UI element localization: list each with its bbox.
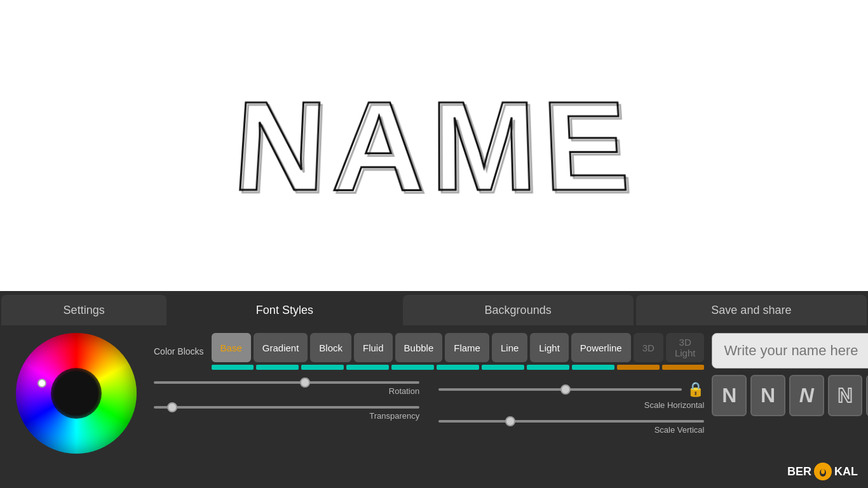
scale-h-with-lock: 🔒	[438, 381, 704, 398]
btn-line[interactable]: Line	[492, 333, 527, 362]
rotation-label: Rotation	[154, 386, 419, 396]
branding: BER KAL	[787, 463, 858, 480]
brand-icon	[814, 463, 832, 480]
font-style-buttons-container: Base Gradient Block Fluid Bubble Flame L…	[212, 333, 705, 370]
transparency-label: Transparency	[154, 411, 419, 421]
name-input[interactable]	[712, 333, 868, 369]
btn-flame[interactable]: Flame	[445, 333, 489, 362]
btn-powerline[interactable]: Powerline	[571, 333, 631, 362]
scale-v-slider-row: Scale Vertical	[438, 420, 704, 435]
btn-base[interactable]: Base	[212, 333, 251, 362]
scale-h-slider-row: 🔒 Scale Horizontal	[438, 381, 704, 410]
strip-light	[527, 365, 569, 370]
tabs-bar: Settings Font Styles Backgrounds Save an…	[0, 291, 868, 325]
font-tile-2[interactable]: N	[789, 375, 824, 416]
strip-fluid	[346, 365, 389, 370]
rotation-track[interactable]	[154, 381, 419, 384]
graffiti-preview-text: NAME	[230, 84, 639, 210]
name-input-wrapper	[712, 333, 868, 369]
lock-icon[interactable]: 🔒	[687, 381, 704, 398]
brand-name-beri: BER	[787, 465, 811, 478]
btn-3d[interactable]: 3D	[634, 333, 663, 362]
color-strips	[212, 365, 705, 370]
tab-save-share[interactable]: Save and share	[636, 295, 867, 325]
strip-3d-light	[662, 365, 705, 370]
btn-block[interactable]: Block	[310, 333, 351, 362]
font-tile-3[interactable]: N	[828, 375, 863, 416]
transparency-track[interactable]	[154, 406, 419, 409]
strip-powerline	[572, 365, 614, 370]
preview-area: NAME	[0, 0, 868, 291]
sliders-section: Rotation Transparency	[154, 381, 704, 435]
svg-point-2	[821, 469, 825, 474]
brand-name-kal: KAL	[834, 465, 858, 478]
font-tile-1[interactable]: N	[750, 375, 785, 416]
font-tile-0[interactable]: N	[712, 375, 747, 416]
scale-v-thumb[interactable]	[505, 416, 515, 426]
transparency-slider-row: Transparency	[154, 406, 419, 421]
right-controls: N N N N N N N N	[712, 333, 868, 480]
color-blocks-label: Color Blocks	[154, 346, 204, 356]
btn-bubble[interactable]: Bubble	[395, 333, 443, 362]
rotation-thumb[interactable]	[300, 377, 310, 388]
right-sliders: 🔒 Scale Horizontal Scale Vertical	[438, 381, 704, 435]
strip-3d	[617, 365, 660, 370]
scale-v-label: Scale Vertical	[438, 425, 704, 435]
btn-fluid[interactable]: Fluid	[354, 333, 393, 362]
scale-h-label: Scale Horizontal	[438, 400, 704, 410]
scale-h-track[interactable]	[438, 388, 682, 391]
btn-3d-light[interactable]: 3D Light	[666, 333, 705, 362]
left-sliders: Rotation Transparency	[154, 381, 419, 435]
panel-content: Color Blocks Base Gradient Block Fluid B…	[0, 325, 868, 488]
color-wheel[interactable]	[16, 333, 137, 454]
strip-flame	[437, 365, 479, 370]
strip-line	[482, 365, 524, 370]
color-blocks-row: Color Blocks Base Gradient Block Fluid B…	[154, 333, 704, 370]
strip-gradient	[256, 365, 299, 370]
transparency-thumb[interactable]	[167, 402, 177, 412]
strip-block	[301, 365, 344, 370]
font-tiles-row: N N N N N N N N	[712, 375, 868, 416]
strip-bubble	[391, 365, 434, 370]
strip-base	[212, 365, 254, 370]
color-wheel-handle[interactable]	[37, 379, 46, 388]
btn-light[interactable]: Light	[530, 333, 569, 362]
scale-v-track[interactable]	[438, 420, 704, 423]
tab-backgrounds[interactable]: Backgrounds	[403, 295, 634, 325]
btn-gradient[interactable]: Gradient	[254, 333, 308, 362]
tab-settings[interactable]: Settings	[1, 295, 166, 325]
font-style-buttons: Base Gradient Block Fluid Bubble Flame L…	[212, 333, 705, 362]
scale-h-thumb[interactable]	[560, 384, 571, 395]
color-wheel-section	[6, 333, 146, 480]
bottom-panel: Settings Font Styles Backgrounds Save an…	[0, 291, 868, 488]
main-controls: Color Blocks Base Gradient Block Fluid B…	[154, 333, 704, 480]
rotation-slider-row: Rotation	[154, 381, 419, 396]
tab-font-styles[interactable]: Font Styles	[169, 295, 400, 325]
